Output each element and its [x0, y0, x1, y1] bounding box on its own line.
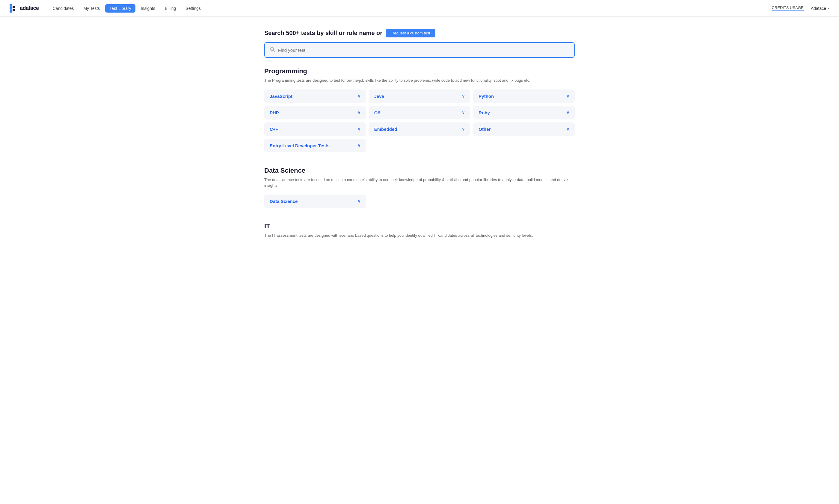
navbar-right: CREDITS USAGE Adaface ▾ [772, 5, 829, 11]
test-item-label-cpp: C++ [270, 127, 278, 132]
section-it: IT The IT assessment tests are designed … [264, 222, 575, 238]
nav-billing[interactable]: Billing [160, 4, 180, 13]
test-item-label-csharp: C# [374, 110, 380, 115]
chevron-data-science-icon: ∨ [358, 199, 360, 203]
test-item-label-javascript: JavaScript [270, 94, 292, 99]
search-input-wrapper [264, 42, 575, 58]
it-section-desc: The IT assessment tests are designed wit… [264, 233, 575, 238]
test-item-java[interactable]: Java ∨ [369, 89, 470, 103]
svg-rect-2 [10, 10, 12, 13]
search-title-text: Search 500+ tests by skill or role name … [264, 30, 382, 37]
nav-my-tests[interactable]: My Tests [79, 4, 104, 13]
user-menu[interactable]: Adaface ▾ [811, 6, 829, 11]
data-science-section-desc: The data science tests are focused on te… [264, 177, 575, 188]
test-item-label-entry-level: Entry Level Developer Tests [270, 143, 330, 148]
nav-settings[interactable]: Settings [181, 4, 205, 13]
test-item-entry-level[interactable]: Entry Level Developer Tests ∨ [264, 139, 366, 152]
programming-section-desc: The Programming tests are designed to te… [264, 77, 575, 84]
search-input[interactable] [278, 48, 569, 53]
custom-test-button[interactable]: Request a custom test [386, 29, 435, 37]
test-item-javascript[interactable]: JavaScript ∨ [264, 89, 366, 103]
chevron-other-icon: ∨ [566, 127, 569, 131]
test-item-label-other: Other [479, 127, 491, 132]
test-item-ruby[interactable]: Ruby ∨ [473, 106, 575, 120]
chevron-cpp-icon: ∨ [358, 127, 360, 131]
search-icon [270, 47, 275, 53]
chevron-ruby-icon: ∨ [566, 110, 569, 115]
test-item-label-php: PHP [270, 110, 279, 115]
programming-test-grid: JavaScript ∨ Java ∨ Python ∨ PHP ∨ C# ∨ … [264, 89, 575, 136]
nav-candidates[interactable]: Candidates [49, 4, 78, 13]
test-item-label-data-science: Data Science [270, 199, 297, 204]
user-label: Adaface [811, 6, 826, 11]
user-chevron-icon: ▾ [828, 6, 829, 10]
navbar-links: Candidates My Tests Test Library Insight… [49, 4, 772, 13]
chevron-csharp-icon: ∨ [462, 110, 465, 115]
svg-rect-3 [13, 6, 15, 8]
test-item-label-python: Python [479, 94, 494, 99]
test-item-label-embedded: Embedded [374, 127, 397, 132]
test-item-data-science[interactable]: Data Science ∨ [264, 195, 366, 208]
logo[interactable]: adaface [10, 4, 39, 13]
svg-line-6 [273, 50, 275, 52]
chevron-java-icon: ∨ [462, 94, 465, 98]
test-item-label-java: Java [374, 94, 384, 99]
svg-rect-1 [10, 7, 12, 10]
logo-icon [10, 4, 18, 13]
data-science-section-title: Data Science [264, 167, 575, 175]
entry-level-row: Entry Level Developer Tests ∨ [264, 139, 575, 152]
logo-text: adaface [20, 5, 39, 11]
chevron-php-icon: ∨ [358, 110, 360, 115]
nav-insights[interactable]: Insights [137, 4, 159, 13]
test-item-python[interactable]: Python ∨ [473, 89, 575, 103]
section-programming: Programming The Programming tests are de… [264, 67, 575, 152]
svg-rect-0 [10, 4, 12, 6]
credits-usage[interactable]: CREDITS USAGE [772, 5, 803, 11]
test-item-php[interactable]: PHP ∨ [264, 106, 366, 120]
main-content: Search 500+ tests by skill or role name … [255, 17, 584, 265]
test-item-other[interactable]: Other ∨ [473, 122, 575, 136]
search-title: Search 500+ tests by skill or role name … [264, 29, 575, 37]
test-item-embedded[interactable]: Embedded ∨ [369, 122, 470, 136]
nav-test-library[interactable]: Test Library [105, 4, 135, 13]
programming-section-title: Programming [264, 67, 575, 75]
test-item-label-ruby: Ruby [479, 110, 490, 115]
chevron-embedded-icon: ∨ [462, 127, 465, 131]
chevron-javascript-icon: ∨ [358, 94, 360, 98]
data-science-grid: Data Science ∨ [264, 195, 575, 208]
chevron-entry-level-icon: ∨ [358, 143, 360, 148]
chevron-python-icon: ∨ [566, 94, 569, 98]
svg-rect-4 [13, 9, 15, 11]
test-item-csharp[interactable]: C# ∨ [369, 106, 470, 120]
test-item-cpp[interactable]: C++ ∨ [264, 122, 366, 136]
section-data-science: Data Science The data science tests are … [264, 167, 575, 208]
navbar: adaface Candidates My Tests Test Library… [0, 0, 839, 17]
it-section-title: IT [264, 222, 575, 230]
search-header: Search 500+ tests by skill or role name … [264, 29, 575, 58]
